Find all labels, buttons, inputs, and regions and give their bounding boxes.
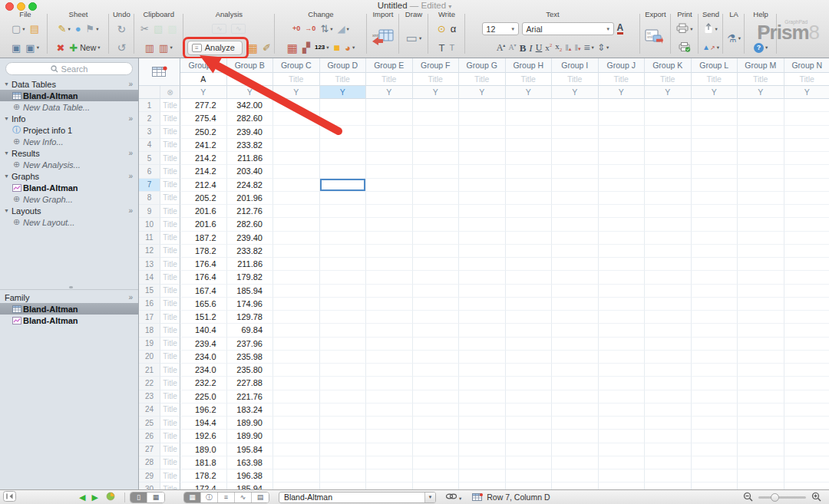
table-cell[interactable]: [413, 258, 460, 271]
table-cell[interactable]: [645, 456, 692, 469]
table-cell[interactable]: [645, 430, 692, 443]
table-cell[interactable]: [459, 271, 506, 284]
table-cell[interactable]: [459, 404, 506, 417]
table-cell[interactable]: [273, 390, 320, 404]
table-cell[interactable]: [320, 311, 367, 324]
cut-icon[interactable]: ✂: [140, 24, 149, 34]
table-cell[interactable]: [413, 139, 460, 152]
table-cell[interactable]: 211.86: [227, 258, 274, 271]
row-title-placeholder[interactable]: Title: [160, 298, 180, 311]
table-cell[interactable]: [784, 271, 829, 284]
table-cell[interactable]: [413, 179, 460, 192]
y-label-a[interactable]: Y: [180, 86, 227, 99]
table-cell[interactable]: [552, 258, 599, 271]
row-title-placeholder[interactable]: Title: [160, 258, 180, 271]
table-cell[interactable]: [692, 364, 738, 377]
table-cell[interactable]: [320, 99, 367, 112]
expand-chevron-icon[interactable]: »: [128, 149, 133, 157]
y-label-g[interactable]: Y: [459, 86, 506, 99]
y-label-f[interactable]: Y: [413, 86, 460, 99]
table-cell[interactable]: [459, 469, 506, 483]
dec-decimal-icon[interactable]: +0: [292, 25, 300, 32]
table-cell[interactable]: [459, 245, 506, 258]
table-cell[interactable]: [459, 338, 506, 351]
table-cell[interactable]: [599, 377, 646, 390]
table-cell[interactable]: [320, 443, 367, 456]
row-title-placeholder[interactable]: Title: [160, 483, 180, 489]
table-cell[interactable]: [273, 364, 320, 377]
column-title-m[interactable]: Title: [738, 73, 784, 86]
paste-more-icon[interactable]: ▥▾: [159, 43, 173, 53]
table-cell[interactable]: [273, 126, 320, 139]
table-cell[interactable]: [273, 351, 320, 364]
column-title-i[interactable]: Title: [552, 73, 599, 86]
table-cell[interactable]: [784, 456, 829, 469]
table-red-icon[interactable]: ▦: [287, 42, 298, 54]
note-icon[interactable]: ⊙: [438, 24, 446, 34]
table-cell[interactable]: [784, 351, 829, 364]
open-icon[interactable]: ▤: [30, 24, 39, 34]
table-cell[interactable]: [320, 139, 367, 152]
table-cell[interactable]: [738, 351, 784, 364]
table-cell[interactable]: [366, 483, 413, 489]
sidebar-item-new-analysis[interactable]: ⊕New Analysis...: [0, 159, 138, 170]
sidebar-item-project-info-1[interactable]: ⓘProject info 1: [0, 124, 138, 136]
table-cell[interactable]: [413, 232, 460, 245]
table-cell[interactable]: [413, 417, 460, 430]
table-cell[interactable]: [273, 139, 320, 152]
table-cell[interactable]: [738, 192, 784, 205]
row-header[interactable]: 20: [139, 351, 160, 364]
table-cell[interactable]: [738, 139, 784, 152]
save-more-icon[interactable]: ▣▾: [25, 43, 39, 53]
table-cell[interactable]: [552, 232, 599, 245]
table-cell[interactable]: 174.96: [227, 298, 274, 311]
column-title-a[interactable]: A: [180, 73, 227, 86]
table-cell[interactable]: [273, 179, 320, 192]
table-cell[interactable]: [320, 430, 367, 443]
sidebar-section-layouts[interactable]: ▼Layouts»: [0, 205, 138, 216]
table-cell[interactable]: [459, 324, 506, 337]
table-cell[interactable]: [366, 179, 413, 192]
column-title-c[interactable]: Title: [273, 73, 320, 86]
table-cell[interactable]: [413, 338, 460, 351]
table-cell[interactable]: [320, 126, 367, 139]
table-cell[interactable]: [692, 271, 738, 284]
table-cell[interactable]: [320, 390, 367, 404]
table-cell[interactable]: 176.4: [180, 258, 227, 271]
table-cell[interactable]: [784, 218, 829, 231]
column-title-g[interactable]: Title: [459, 73, 506, 86]
search-input[interactable]: Search: [5, 62, 133, 75]
table-cell[interactable]: 282.60: [227, 112, 274, 125]
mini-chart-icon[interactable]: ∿: [212, 24, 226, 34]
table-cell[interactable]: [506, 456, 553, 469]
table-cell[interactable]: [320, 218, 367, 231]
table-cell[interactable]: [413, 245, 460, 258]
table-cell[interactable]: [784, 126, 829, 139]
table-cell[interactable]: [738, 285, 784, 298]
align-icon[interactable]: ≡▾: [583, 42, 593, 53]
row-header[interactable]: 13: [139, 258, 160, 271]
table-cell[interactable]: [320, 456, 367, 469]
row-header[interactable]: 10: [139, 218, 160, 231]
table-cell[interactable]: [413, 469, 460, 483]
table-cell[interactable]: [738, 324, 784, 337]
send-graph-icon[interactable]: ▲↗▾: [702, 44, 719, 51]
table-cell[interactable]: [506, 285, 553, 298]
table-cell[interactable]: [738, 218, 784, 231]
font-size-combo[interactable]: 12▼: [482, 22, 519, 35]
table-cell[interactable]: [738, 152, 784, 165]
sidebar-section-info[interactable]: ▼Info»: [0, 113, 138, 124]
import-xml-icon[interactable]: xml: [372, 29, 395, 48]
table-cell[interactable]: [413, 311, 460, 324]
table-cell[interactable]: [506, 443, 553, 456]
table-cell[interactable]: [645, 311, 692, 324]
table-cell[interactable]: [552, 179, 599, 192]
table-cell[interactable]: [413, 152, 460, 165]
column-header-j[interactable]: Group J: [599, 58, 646, 73]
table-cell[interactable]: [552, 469, 599, 483]
table-cell[interactable]: [506, 469, 553, 483]
row-header[interactable]: 7: [139, 179, 160, 192]
copy-doc-icon[interactable]: ▧: [154, 24, 163, 34]
table-cell[interactable]: [506, 218, 553, 231]
table-cell[interactable]: [599, 271, 646, 284]
